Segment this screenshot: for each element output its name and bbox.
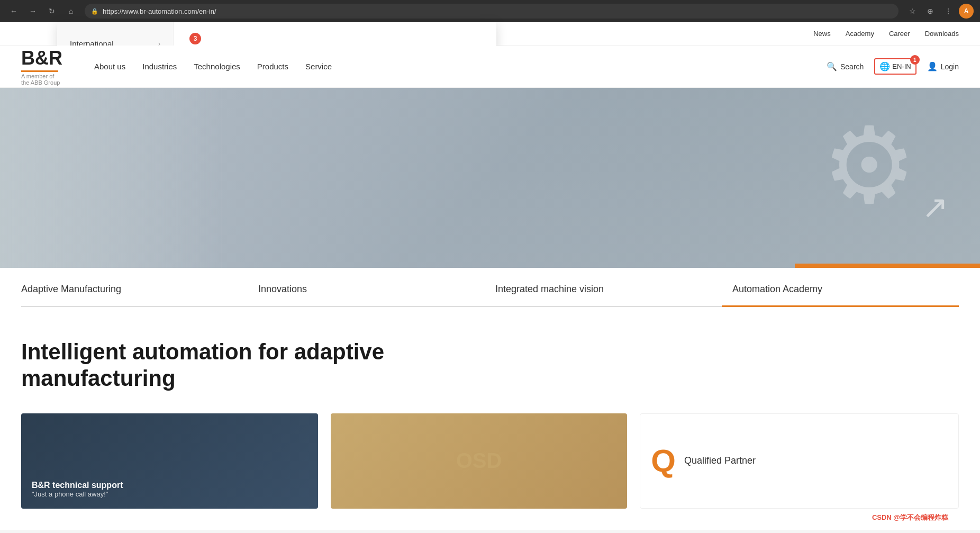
support-title: B&R technical support — [32, 481, 123, 490]
back-button[interactable]: ← — [6, 4, 21, 19]
browser-chrome: ← → ↻ ⌂ 🔒 https://www.br-automation.com/… — [0, 0, 980, 22]
partner-q-letter: Q — [651, 445, 676, 477]
nav-about[interactable]: About us — [94, 60, 125, 73]
career-link[interactable]: Career — [889, 30, 910, 38]
features-bar: Adaptive Manufacturing Innovations Integ… — [0, 268, 980, 307]
profile-icon[interactable]: ☆ — [905, 4, 920, 19]
logo-abbgroup: the ABB Group — [21, 79, 62, 86]
osd-text: OSD — [456, 449, 502, 473]
login-label: Login — [941, 62, 959, 71]
arrow-icon: ↗ — [922, 188, 948, 225]
globe-icon: 🌐 — [879, 61, 890, 71]
feature-title-machine-vision: Integrated machine vision — [495, 284, 711, 295]
feature-title-innovations: Innovations — [258, 284, 474, 295]
feature-innovations[interactable]: Innovations — [248, 284, 485, 307]
academy-link[interactable]: Academy — [846, 30, 874, 38]
main-heading: Intelligent automation for adaptive manu… — [21, 339, 392, 392]
hero-person-overlay — [0, 88, 222, 268]
nav-products[interactable]: Products — [257, 60, 288, 73]
browser-actions: ☆ ⊕ ⋮ A — [905, 4, 974, 19]
logo-member: A member of — [21, 73, 62, 79]
downloads-link[interactable]: Downloads — [925, 30, 959, 38]
feature-machine-vision[interactable]: Integrated machine vision — [485, 284, 722, 307]
news-link[interactable]: News — [813, 30, 831, 38]
lock-icon: 🔒 — [91, 8, 98, 15]
partner-card[interactable]: Q Qualified Partner — [640, 413, 959, 509]
browser-controls: ← → ↻ ⌂ — [6, 4, 78, 19]
lang-notification-badge: 1 — [910, 55, 920, 65]
search-button[interactable]: 🔍 Search — [827, 61, 864, 71]
partner-title: Qualified Partner — [684, 455, 756, 466]
home-button[interactable]: ⌂ — [63, 4, 78, 19]
nav-industries[interactable]: Industries — [142, 60, 177, 73]
header-right: 🔍 Search 1 🌐 EN-IN 👤 Login — [827, 58, 959, 75]
settings-icon[interactable]: ⋮ — [941, 4, 956, 19]
main-header: B&R A member of the ABB Group About us I… — [0, 46, 980, 88]
feature-adaptive-manufacturing[interactable]: Adaptive Manufacturing — [21, 284, 248, 307]
main-content: Intelligent automation for adaptive manu… — [0, 307, 980, 530]
feature-title-automation-academy: Automation Academy — [732, 284, 948, 295]
step3-badge: 3 — [189, 33, 201, 44]
cards-row: B&R technical support "Just a phone call… — [21, 413, 959, 509]
address-bar[interactable]: 🔒 https://www.br-automation.com/en-in/ — [85, 4, 899, 19]
lang-label: EN-IN — [892, 62, 911, 70]
extensions-icon[interactable]: ⊕ — [923, 4, 938, 19]
search-icon: 🔍 — [827, 61, 837, 71]
language-button[interactable]: 1 🌐 EN-IN — [874, 58, 916, 75]
hero-orange-bar — [795, 264, 980, 268]
logo-orange-line — [21, 70, 58, 72]
support-card-text: B&R technical support "Just a phone call… — [32, 481, 123, 498]
login-button[interactable]: 👤 Login — [927, 61, 959, 71]
url-text: https://www.br-automation.com/en-in/ — [103, 7, 216, 15]
page-wrapper: News Academy Career Downloads B&R A memb… — [0, 22, 980, 530]
gear-icon: ⚙ — [822, 104, 917, 227]
refresh-button[interactable]: ↻ — [44, 4, 59, 19]
nav-service[interactable]: Service — [305, 60, 332, 73]
watermark: CSDN @学不会编程炸糕 — [872, 513, 948, 522]
search-label: Search — [840, 62, 864, 71]
nav-technologies[interactable]: Technologies — [194, 60, 240, 73]
avatar[interactable]: A — [959, 4, 974, 19]
support-subtitle: "Just a phone call away!" — [32, 490, 123, 498]
forward-button[interactable]: → — [25, 4, 40, 19]
osd-card[interactable]: OSD — [331, 413, 628, 509]
support-card[interactable]: B&R technical support "Just a phone call… — [21, 413, 318, 509]
hero-section: ⚙ ↗ — [0, 88, 980, 268]
feature-title-adaptive: Adaptive Manufacturing — [21, 284, 237, 295]
user-icon: 👤 — [927, 61, 938, 71]
feature-automation-academy[interactable]: Automation Academy — [722, 284, 959, 307]
logo-br: B&R — [21, 47, 62, 69]
logo-area: B&R A member of the ABB Group — [21, 47, 62, 86]
main-nav: About us Industries Technologies Product… — [94, 60, 332, 73]
